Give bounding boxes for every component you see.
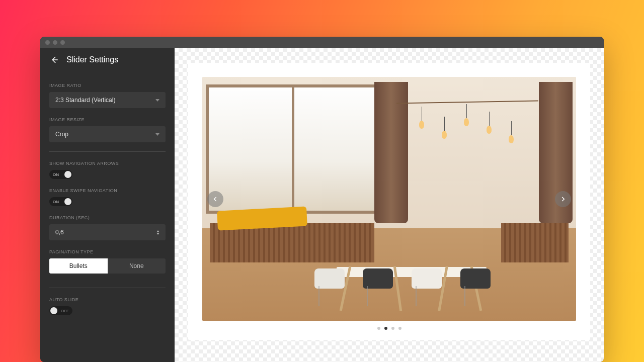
chevron-down-icon xyxy=(156,233,159,235)
slider-bullets xyxy=(202,327,576,330)
toggle-knob xyxy=(64,198,71,205)
auto-slide-toggle[interactable]: OFF xyxy=(49,306,72,315)
duration-input[interactable] xyxy=(55,229,156,236)
sidebar-header: Slider Settings xyxy=(40,48,175,74)
image-ratio-value: 2:3 Standard (Vertical) xyxy=(55,97,115,104)
slider-bullet[interactable] xyxy=(377,327,380,330)
chevron-up-icon xyxy=(156,230,159,232)
pagination-bullets-button[interactable]: Bullets xyxy=(49,258,108,274)
swipe-label: ENABLE SWIPE NAVIGATION xyxy=(49,188,166,193)
controls: IMAGE RATIO 2:3 Standard (Vertical) IMAG… xyxy=(40,74,175,362)
pagination-label: PAGINATION TYPE xyxy=(49,249,166,254)
slider-prev-button[interactable] xyxy=(207,191,223,207)
pagination-none-button[interactable]: None xyxy=(108,258,166,274)
pagination-segmented: Bullets None xyxy=(49,258,166,274)
image-ratio-label: IMAGE RATIO xyxy=(49,83,166,88)
slider-bullet[interactable] xyxy=(398,327,401,330)
slider-next-button[interactable] xyxy=(555,191,571,207)
toggle-text: ON xyxy=(53,172,59,177)
image-resize-select[interactable]: Crop xyxy=(49,126,166,142)
auto-slide-label: AUTO SLIDE xyxy=(49,297,166,302)
duration-label: DURATION (SEC) xyxy=(49,215,166,220)
arrow-left-icon xyxy=(50,55,59,64)
window-close-dot[interactable] xyxy=(45,40,50,45)
image-resize-value: Crop xyxy=(55,131,68,138)
panel-title: Slider Settings xyxy=(66,55,118,64)
slider-frame xyxy=(188,63,590,340)
chevron-right-icon xyxy=(559,196,567,203)
settings-sidebar: Slider Settings IMAGE RATIO 2:3 Standard… xyxy=(40,48,175,362)
image-ratio-select[interactable]: 2:3 Standard (Vertical) xyxy=(49,92,166,108)
slider-bullet[interactable] xyxy=(391,327,394,330)
divider xyxy=(49,151,166,152)
chevron-left-icon xyxy=(212,196,219,203)
duration-input-wrap xyxy=(49,224,166,240)
swipe-toggle[interactable]: ON xyxy=(49,197,72,206)
slider-bullet[interactable] xyxy=(384,327,387,330)
toggle-text: OFF xyxy=(61,309,69,313)
toggle-knob xyxy=(64,171,71,178)
workspace: Slider Settings IMAGE RATIO 2:3 Standard… xyxy=(40,48,604,362)
window-min-dot[interactable] xyxy=(53,40,57,45)
back-button[interactable] xyxy=(49,55,59,65)
slide-image xyxy=(202,77,576,321)
chevron-down-icon xyxy=(155,99,159,102)
image-resize-label: IMAGE RESIZE xyxy=(49,117,166,122)
toggle-knob xyxy=(50,307,57,314)
show-arrows-label: SHOW NAVIGATION ARROWS xyxy=(49,161,166,166)
divider xyxy=(49,288,166,288)
window-max-dot[interactable] xyxy=(60,40,65,45)
show-arrows-toggle[interactable]: ON xyxy=(49,170,72,179)
chevron-down-icon xyxy=(155,133,159,136)
duration-stepper[interactable] xyxy=(156,230,159,235)
toggle-text: ON xyxy=(53,200,59,204)
titlebar xyxy=(40,37,604,48)
preview-canvas xyxy=(175,48,604,362)
app-window: Slider Settings IMAGE RATIO 2:3 Standard… xyxy=(40,37,604,362)
